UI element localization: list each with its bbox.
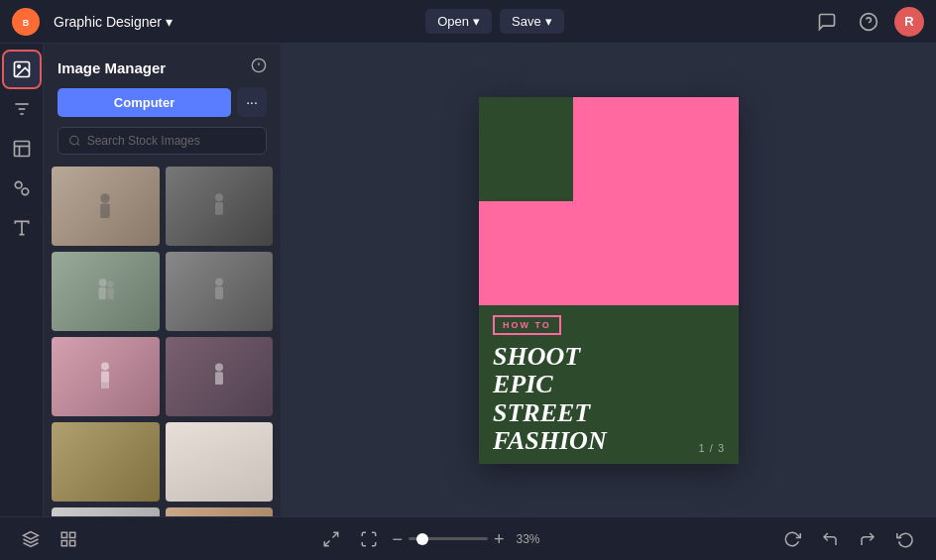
computer-button[interactable]: Computer xyxy=(58,88,231,117)
refresh-icon xyxy=(783,530,801,548)
svg-point-22 xyxy=(100,193,110,203)
app-title-button[interactable]: Graphic Designer ▾ xyxy=(48,10,178,34)
text-area: HOW TO SHOOT EPIC STREET FASHION 1 / 3 xyxy=(479,305,739,464)
main-headline: SHOOT EPIC STREET FASHION xyxy=(493,343,607,456)
avatar-label: R xyxy=(904,14,913,29)
design-card: HOW TO SHOOT EPIC STREET FASHION 1 / 3 xyxy=(479,97,739,464)
grid-view-button[interactable] xyxy=(54,524,83,554)
grid-row xyxy=(52,252,273,331)
main-area: Image Manager Computer ··· xyxy=(0,44,936,516)
how-to-label: HOW TO xyxy=(503,320,551,330)
svg-rect-26 xyxy=(215,202,223,215)
comment-button[interactable] xyxy=(811,6,843,38)
zoom-slider-input[interactable] xyxy=(409,537,488,540)
grid-row xyxy=(52,167,273,246)
headline-line1: SHOOT xyxy=(493,343,607,372)
filter-icon xyxy=(12,99,32,119)
icon-sidebar xyxy=(0,44,44,516)
topbar: B Graphic Designer ▾ Open ▾ Save ▾ xyxy=(0,0,936,44)
comment-icon xyxy=(817,12,837,32)
save-chevron: ▾ xyxy=(545,14,552,29)
svg-line-45 xyxy=(325,540,330,545)
more-options-button[interactable]: ··· xyxy=(237,87,267,117)
image-grid xyxy=(44,167,281,516)
svg-point-29 xyxy=(108,281,114,287)
sidebar-item-images[interactable] xyxy=(4,52,40,87)
list-item[interactable] xyxy=(166,167,274,246)
list-item[interactable] xyxy=(52,337,160,416)
text-icon xyxy=(12,218,32,238)
more-dots-icon: ··· xyxy=(246,94,258,110)
topbar-left: B Graphic Designer ▾ xyxy=(12,8,178,36)
svg-point-12 xyxy=(15,181,22,188)
svg-rect-38 xyxy=(215,372,223,385)
image-icon xyxy=(12,59,32,79)
save-button[interactable]: Save ▾ xyxy=(500,9,564,34)
svg-point-25 xyxy=(215,193,223,201)
panel-header: Image Manager xyxy=(44,44,281,87)
svg-rect-43 xyxy=(70,540,75,545)
layers-icon xyxy=(22,530,40,548)
zoom-out-button[interactable]: − xyxy=(392,530,403,548)
svg-text:B: B xyxy=(23,17,30,27)
list-item[interactable] xyxy=(52,167,160,246)
how-to-badge: HOW TO xyxy=(493,315,561,335)
bottom-left xyxy=(16,524,83,554)
svg-point-33 xyxy=(101,363,109,371)
elements-icon xyxy=(12,178,32,198)
svg-rect-28 xyxy=(99,287,106,299)
pink-top-right-block xyxy=(570,97,739,320)
info-icon xyxy=(251,57,267,73)
svg-line-44 xyxy=(333,532,338,537)
list-item[interactable] xyxy=(166,252,274,331)
bottombar: − + 33% xyxy=(0,516,936,560)
history-button[interactable] xyxy=(890,524,920,554)
svg-rect-42 xyxy=(61,540,66,545)
svg-point-5 xyxy=(17,65,19,68)
grid-row xyxy=(52,422,273,502)
undo-button[interactable] xyxy=(815,524,845,554)
history-icon xyxy=(896,530,914,548)
fullscreen-button[interactable] xyxy=(316,524,346,554)
logo-icon: B xyxy=(12,8,40,36)
sidebar-item-elements[interactable] xyxy=(4,170,40,206)
bottom-center: − + 33% xyxy=(316,524,543,554)
open-button[interactable]: Open ▾ xyxy=(425,9,492,34)
list-item[interactable] xyxy=(166,422,274,502)
layers-button[interactable] xyxy=(16,524,46,554)
topbar-center: Open ▾ Save ▾ xyxy=(425,9,563,34)
grid-row xyxy=(52,507,273,516)
svg-rect-23 xyxy=(100,204,110,218)
list-item[interactable] xyxy=(52,507,160,516)
svg-point-13 xyxy=(22,188,29,195)
search-input[interactable] xyxy=(87,134,256,148)
zoom-in-button[interactable]: + xyxy=(494,530,505,548)
list-item[interactable] xyxy=(52,252,160,331)
help-button[interactable] xyxy=(853,6,884,38)
green-top-left-block xyxy=(479,97,573,201)
panel-info-button[interactable] xyxy=(251,57,267,77)
svg-rect-41 xyxy=(70,532,75,537)
grid-row xyxy=(52,337,273,416)
refresh-button[interactable] xyxy=(777,524,807,554)
svg-rect-35 xyxy=(101,383,105,389)
zoom-level-display: 33% xyxy=(513,532,544,546)
sidebar-item-layout[interactable] xyxy=(4,131,40,167)
list-item[interactable] xyxy=(52,422,160,502)
svg-line-20 xyxy=(77,143,79,145)
svg-rect-40 xyxy=(61,532,66,537)
canvas-area[interactable]: HOW TO SHOOT EPIC STREET FASHION 1 / 3 xyxy=(282,44,936,516)
grid-icon xyxy=(59,530,77,548)
fit-button[interactable] xyxy=(354,524,384,554)
avatar-button[interactable]: R xyxy=(894,7,924,37)
sidebar-item-text[interactable] xyxy=(4,210,40,246)
open-chevron: ▾ xyxy=(473,14,480,29)
bottom-right xyxy=(777,524,920,554)
redo-button[interactable] xyxy=(853,524,882,554)
redo-icon xyxy=(859,530,877,548)
svg-rect-30 xyxy=(108,288,114,299)
list-item[interactable] xyxy=(166,337,274,416)
sidebar-item-filters[interactable] xyxy=(4,91,40,127)
svg-rect-36 xyxy=(105,383,109,389)
list-item[interactable] xyxy=(166,507,274,516)
